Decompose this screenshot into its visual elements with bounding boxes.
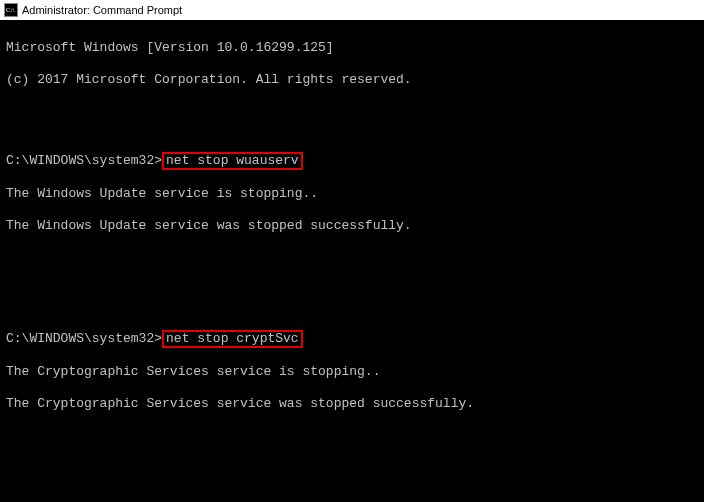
blank-line <box>6 250 698 266</box>
output-line: The Windows Update service was stopped s… <box>6 218 698 234</box>
window-title: Administrator: Command Prompt <box>22 4 182 16</box>
blank-line <box>6 282 698 298</box>
command-line: C:\WINDOWS\system32>net stop cryptSvc <box>6 330 698 348</box>
highlighted-command: net stop wuauserv <box>162 152 303 170</box>
blank-line <box>6 460 698 476</box>
output-line: The Windows Update service is stopping.. <box>6 186 698 202</box>
command-line: C:\WINDOWS\system32>net stop wuauserv <box>6 152 698 170</box>
prompt: C:\WINDOWS\system32> <box>6 331 162 346</box>
cmd-icon: C:\ <box>4 3 18 17</box>
output-line: The Cryptographic Services service is st… <box>6 364 698 380</box>
window-titlebar[interactable]: C:\ Administrator: Command Prompt <box>0 0 704 20</box>
output-line: The Cryptographic Services service was s… <box>6 396 698 412</box>
prompt: C:\WINDOWS\system32> <box>6 153 162 168</box>
svg-text:C:\: C:\ <box>6 6 15 14</box>
blank-line <box>6 104 698 120</box>
header-line: (c) 2017 Microsoft Corporation. All righ… <box>6 72 698 88</box>
highlighted-command: net stop cryptSvc <box>162 330 303 348</box>
terminal-output[interactable]: Microsoft Windows [Version 10.0.16299.12… <box>0 20 704 502</box>
header-line: Microsoft Windows [Version 10.0.16299.12… <box>6 40 698 56</box>
blank-line <box>6 428 698 444</box>
